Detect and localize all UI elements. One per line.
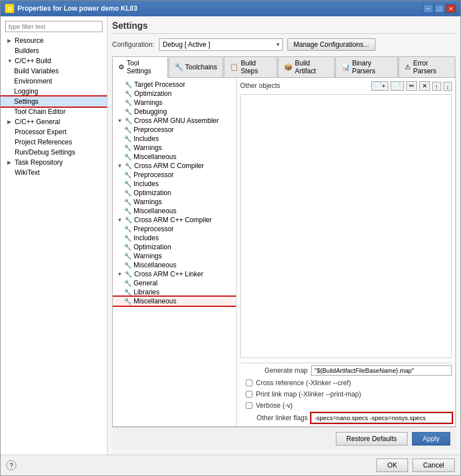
edit-button[interactable]: ✏ [406, 81, 417, 91]
other-objects-label: Other objects [240, 82, 280, 90]
add-button[interactable]: 📄 [391, 81, 404, 91]
expand-cpp-build: ▼ [7, 58, 13, 64]
filter-box [5, 21, 103, 32]
sidebar-item-task-repository[interactable]: ▶ Task Repository [1, 157, 107, 168]
generate-map-label: Generate map [240, 367, 308, 374]
print-map-row: Print link map (-Xlinker --print-map) [240, 390, 452, 398]
page-title: Settings [112, 21, 456, 34]
tab-build-artifact[interactable]: 📦 Build Artifact [278, 56, 334, 77]
tab-build-steps-label: Build Steps [241, 59, 271, 75]
sidebar-item-logging[interactable]: Logging [1, 86, 107, 96]
move-down-button[interactable]: ↓ [444, 82, 453, 91]
verbose-label: Verbose (-v) [256, 402, 292, 409]
tool-item-linker-libraries[interactable]: 🔧 Libraries [113, 288, 236, 297]
sidebar-item-project-references[interactable]: Project References [1, 137, 107, 147]
expand-resource: ▶ [7, 38, 13, 43]
tool-item-cpp-preprocessor[interactable]: 🔧 Preprocessor [113, 224, 236, 233]
cross-ref-row: Cross reference (-Xlinker --cref) [240, 379, 452, 387]
sidebar-item-settings[interactable]: Settings [1, 96, 107, 107]
verbose-checkbox[interactable] [246, 402, 252, 409]
tool-item-c-preprocessor[interactable]: 🔧 Preprocessor [113, 170, 236, 179]
tool-item-cpp-warnings[interactable]: 🔧 Warnings [113, 252, 236, 261]
panel-area: 🔧 Target Processor 🔧 Optimization 🔧 Warn… [112, 78, 456, 427]
tab-build-steps[interactable]: 📋 Build Steps [224, 56, 277, 77]
sidebar-item-tool-chain-editor[interactable]: Tool Chain Editor [1, 107, 107, 117]
tool-item-linker-misc[interactable]: 🔧 Miscellaneous [113, 297, 236, 306]
tool-item-asm-warnings[interactable]: 🔧 Warnings [113, 143, 236, 152]
minimize-button[interactable]: ─ [423, 4, 433, 13]
sidebar: ▶ Resource Builders ▼ C/C++ Build Build … [1, 16, 108, 455]
cross-ref-checkbox[interactable] [246, 380, 252, 386]
tab-error-parsers[interactable]: ⚠ Error Parsers [398, 56, 455, 77]
tool-item-c-includes[interactable]: 🔧 Includes [113, 179, 236, 188]
print-map-checkbox[interactable] [246, 391, 252, 398]
right-panel: Other objects 📄+ 📄 ✏ ✕ ↑ ↓ [237, 78, 455, 426]
build-artifact-icon: 📦 [284, 63, 292, 71]
tab-toolchains[interactable]: 🔧 Toolchains [169, 56, 224, 77]
bottom-buttons: Restore Defaults Apply [112, 427, 456, 450]
tool-item-linker-general[interactable]: 🔧 General [113, 279, 236, 288]
other-flags-row: Other linker flags [240, 413, 452, 423]
delete-button[interactable]: ✕ [419, 81, 430, 91]
main-window: ⚙ Properties for Low power demo KL03 ─ □… [0, 0, 461, 476]
sidebar-item-resource[interactable]: ▶ Resource [1, 36, 107, 46]
tool-item-debugging[interactable]: 🔧 Debugging [113, 107, 236, 116]
generate-map-input[interactable] [311, 365, 452, 376]
tool-item-target-processor[interactable]: 🔧 Target Processor [113, 80, 236, 89]
sidebar-item-environment[interactable]: Environment [1, 76, 107, 86]
tool-item-c-misc[interactable]: 🔧 Miscellaneous [113, 206, 236, 215]
tool-item-cross-c-compiler[interactable]: ▼ 🔧 Cross ARM C Compiler [113, 161, 236, 170]
tool-item-cpp-optimization[interactable]: 🔧 Optimization [113, 243, 236, 252]
tool-item-optimization[interactable]: 🔧 Optimization [113, 89, 236, 98]
title-bar-left: ⚙ Properties for Low power demo KL03 [5, 4, 138, 13]
print-map-label: Print link map (-Xlinker --print-map) [256, 390, 361, 398]
cancel-button[interactable]: Cancel [413, 459, 455, 472]
tool-item-c-optimization[interactable]: 🔧 Optimization [113, 188, 236, 197]
manage-configurations-button[interactable]: Manage Configurations... [287, 38, 375, 51]
cross-ref-label: Cross reference (-Xlinker --cref) [256, 379, 351, 387]
objects-list [240, 94, 452, 358]
tab-tool-settings-label: Tool Settings [127, 59, 162, 75]
footer-buttons: OK Cancel [376, 459, 455, 472]
tab-binary-parsers[interactable]: 📊 Binary Parsers [335, 56, 398, 77]
tool-tree: 🔧 Target Processor 🔧 Optimization 🔧 Warn… [113, 78, 237, 426]
maximize-button[interactable]: □ [435, 4, 445, 13]
content-area: ▶ Resource Builders ▼ C/C++ Build Build … [1, 16, 460, 455]
sidebar-item-build-variables[interactable]: Build Variables [1, 66, 107, 76]
restore-defaults-button[interactable]: Restore Defaults [336, 432, 407, 446]
move-up-button[interactable]: ↑ [432, 82, 441, 91]
config-dropdown[interactable]: Debug [ Active ] [159, 38, 283, 51]
footer: ? OK Cancel [1, 455, 460, 475]
window-icon: ⚙ [5, 4, 14, 13]
apply-button[interactable]: Apply [412, 432, 450, 446]
bottom-fields: Generate map Cross reference (-Xlinker -… [240, 363, 452, 423]
sidebar-item-processor-expert[interactable]: Processor Expert [1, 127, 107, 137]
tool-item-cross-cpp-linker[interactable]: ▼ 🔧 Cross ARM C++ Linker [113, 270, 236, 279]
tool-item-cpp-includes[interactable]: 🔧 Includes [113, 233, 236, 243]
filter-input[interactable] [5, 21, 103, 32]
ok-button[interactable]: OK [376, 459, 407, 472]
sidebar-item-wikitext[interactable]: WikiText [1, 168, 107, 178]
tool-item-asm-preprocessor[interactable]: 🔧 Preprocessor [113, 125, 236, 134]
tool-item-asm-misc[interactable]: 🔧 Miscellaneous [113, 152, 236, 161]
objects-toolbar: 📄+ 📄 ✏ ✕ ↑ ↓ [371, 81, 452, 91]
other-flags-input[interactable] [311, 413, 452, 423]
tool-item-c-warnings[interactable]: 🔧 Warnings [113, 197, 236, 206]
tool-item-warnings[interactable]: 🔧 Warnings [113, 98, 236, 107]
add-file-button[interactable]: 📄+ [371, 81, 388, 91]
tool-item-cpp-misc[interactable]: 🔧 Miscellaneous [113, 261, 236, 270]
other-flags-label: Other linker flags [240, 414, 308, 422]
close-button[interactable]: ✕ [446, 4, 456, 13]
binary-parsers-icon: 📊 [342, 63, 350, 71]
tab-tool-settings[interactable]: ⚙ Tool Settings [112, 56, 168, 78]
sidebar-item-run-debug-settings[interactable]: Run/Debug Settings [1, 147, 107, 157]
sidebar-item-cpp-build[interactable]: ▼ C/C++ Build [1, 56, 107, 66]
sidebar-item-builders[interactable]: Builders [1, 46, 107, 56]
sidebar-item-cpp-general[interactable]: ▶ C/C++ General [1, 117, 107, 127]
tool-item-cross-cpp-compiler[interactable]: ▼ 🔧 Cross ARM C++ Compiler [113, 215, 236, 224]
generate-map-row: Generate map [240, 365, 452, 376]
tool-item-asm-includes[interactable]: 🔧 Includes [113, 134, 236, 143]
help-icon[interactable]: ? [6, 460, 16, 470]
verbose-row: Verbose (-v) [240, 402, 452, 409]
tool-item-cross-asm[interactable]: ▼ 🔧 Cross ARM GNU Assembler [113, 116, 236, 125]
